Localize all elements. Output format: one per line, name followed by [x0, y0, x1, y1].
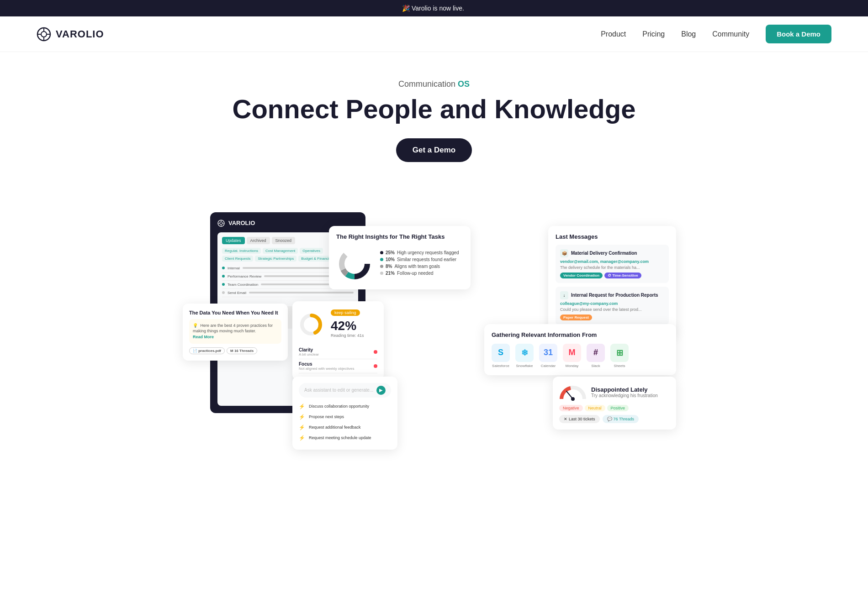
person-gauge — [559, 383, 587, 401]
dash-item-send: Send Email — [222, 289, 354, 297]
dashboard-items: Internal Performance Review Team Coordin… — [222, 264, 354, 297]
mood-positive: Positive — [607, 405, 629, 411]
dash-cat-4[interactable]: Client Requests — [222, 256, 253, 262]
app-icons: S Salesforce ❄ Snowflake 31 Calendar M M… — [492, 344, 669, 368]
svg-line-19 — [566, 391, 573, 399]
tag-time-sensitive: ⏱ Time-Sensitive — [604, 273, 641, 278]
insight-item-2: 10% Similar requests found earlier — [380, 257, 459, 262]
monday-label: Monday — [566, 364, 578, 368]
announcement-banner: 🎉 Varolio is now live. — [0, 0, 868, 16]
logo[interactable]: VAROLIO — [37, 27, 104, 42]
dashboard-logo-text: VAROLIO — [228, 220, 255, 226]
hero-subtitle: Communication OS — [9, 79, 859, 89]
calendar-icon: 31 — [539, 344, 557, 362]
dash-item-1: Internal — [222, 264, 354, 273]
nav-product[interactable]: Product — [601, 30, 626, 38]
insight-item-4: 21% Follow-up needed — [380, 271, 459, 276]
calendar-label: Calendar — [541, 364, 556, 368]
app-sheets: ⊞ Sheets — [610, 344, 629, 368]
dashboard-logo-icon — [217, 220, 225, 227]
mood-negative: Negative — [559, 405, 583, 411]
slack-label: Slack — [591, 364, 600, 368]
person-name: Disappointed Lately — [591, 386, 658, 393]
assist-suggest-2[interactable]: ⚡ Propose next steps — [299, 412, 391, 422]
dashboard-categories: Regulat. Instructions Cost Management Op… — [222, 248, 354, 262]
msg-item-1: 📦 Material Delivery Confirmation vendor@… — [556, 245, 669, 283]
msg-to-1: vendor@email.com, manager@company.com — [560, 259, 664, 264]
suggest-icon-3: ⚡ — [299, 425, 305, 430]
msg-item-2: ↓ Internal Request for Production Report… — [556, 287, 669, 325]
threads-icon: 💬 — [607, 417, 612, 421]
msg-icon-2: ↓ — [560, 291, 568, 299]
slack-icon: # — [587, 344, 605, 362]
svg-point-7 — [220, 222, 222, 225]
dash-tab-updates[interactable]: Updates — [222, 237, 245, 244]
reading-focus-indicator — [374, 364, 377, 368]
navbar: VAROLIO Product Pricing Blog Community B… — [0, 16, 868, 52]
get-demo-button[interactable]: Get a Demo — [396, 138, 472, 162]
insight-item-1: 25% High urgency requests flagged — [380, 250, 459, 255]
msg-to-2: colleague@my-company.com — [560, 301, 664, 306]
msg-tags-2: Paper Request — [560, 315, 664, 320]
layout-spacer — [0, 450, 868, 603]
hero-section: Communication OS Connect People and Know… — [0, 52, 868, 194]
app-snowflake: ❄ Snowflake — [515, 344, 534, 368]
tag-vendor: Vendor Coordination — [560, 273, 603, 278]
person-header: Disappointed Lately Try acknowledging hi… — [559, 383, 670, 401]
snowflake-label: Snowflake — [516, 364, 533, 368]
messages-title: Last Messages — [556, 233, 669, 240]
hint-icon: 💡 — [193, 323, 198, 328]
msg-subject-2: Internal Request for Production Reports — [571, 293, 658, 298]
dash-tab-archived[interactable]: Archived — [247, 237, 270, 244]
assist-suggest-4[interactable]: ⚡ Request meeting schedule update — [299, 433, 391, 443]
msg-preview-2: Could you please send over the latest pr… — [560, 307, 664, 312]
mood-neutral: Neutral — [585, 405, 605, 411]
last-tickets-button[interactable]: ✕ Last 30 tickets — [559, 415, 600, 423]
banner-text: 🎉 Varolio is now live. — [402, 5, 464, 12]
person-moods: Negative Neutral Positive — [559, 405, 670, 411]
msg-preview-1: The delivery schedule for the materials … — [560, 265, 664, 270]
svg-point-1 — [41, 31, 47, 37]
msg-header-1: 📦 Material Delivery Confirmation — [560, 249, 664, 257]
person-card: Disappointed Lately Try acknowledging hi… — [553, 377, 676, 430]
app-slack: # Slack — [587, 344, 605, 368]
logo-text: VAROLIO — [56, 28, 104, 40]
nav-links: Product Pricing Blog Community Book a De… — [601, 25, 831, 43]
send-button[interactable]: ▶ — [376, 386, 386, 395]
dashboard-section: VAROLIO Updates Archived Snoozed Regulat… — [0, 212, 868, 450]
tickets-icon: ✕ — [564, 417, 567, 421]
tag-paper: Paper Request — [560, 315, 592, 320]
dashboard-tabs: Updates Archived Snoozed — [222, 237, 354, 244]
msg-header-2: ↓ Internal Request for Production Report… — [560, 291, 664, 299]
suggest-icon-2: ⚡ — [299, 414, 305, 420]
dash-cat-3[interactable]: Operatives — [300, 248, 323, 254]
book-demo-button[interactable]: Book a Demo — [766, 25, 831, 43]
assist-suggest-3[interactable]: ⚡ Request additional feedback — [299, 422, 391, 433]
person-sub: Try acknowledging his frustration — [591, 393, 658, 398]
dash-item-3: Team Coordination — [222, 281, 354, 289]
dash-cat-1[interactable]: Regulat. Instructions — [222, 248, 261, 254]
dashboard-wrapper: VAROLIO Updates Archived Snoozed Regulat… — [183, 212, 685, 413]
gathering-title: Gathering Relevant Information From — [492, 331, 669, 338]
nav-pricing[interactable]: Pricing — [642, 30, 665, 38]
logo-icon — [37, 27, 51, 42]
dash-item-2: Performance Review — [222, 273, 354, 281]
dash-cat-2[interactable]: Cost Management — [263, 248, 298, 254]
app-salesforce: S Salesforce — [492, 344, 510, 368]
gathering-card: Gathering Relevant Information From S Sa… — [484, 324, 676, 375]
dash-cat-5[interactable]: Strategic Partnerships — [255, 256, 296, 262]
snowflake-icon: ❄ — [515, 344, 534, 362]
main-dashboard-card: VAROLIO Updates Archived Snoozed Regulat… — [210, 212, 365, 413]
hero-title: Connect People and Knowledge — [9, 94, 859, 124]
app-calendar: 31 Calendar — [539, 344, 557, 368]
salesforce-label: Salesforce — [492, 364, 509, 368]
nav-blog[interactable]: Blog — [681, 30, 696, 38]
msg-subject-1: Material Delivery Confirmation — [571, 251, 637, 256]
dash-cat-6[interactable]: Budget & Financials — [298, 256, 336, 262]
dash-tab-snoozed[interactable]: Snoozed — [272, 237, 296, 244]
msg-icon-1: 📦 — [560, 249, 568, 257]
dashboard-header: VAROLIO — [217, 220, 358, 227]
threads-button[interactable]: 💬 76 Threads — [603, 415, 639, 423]
nav-community[interactable]: Community — [712, 30, 749, 38]
insights-list: 25% High urgency requests flagged 10% Si… — [380, 250, 459, 278]
